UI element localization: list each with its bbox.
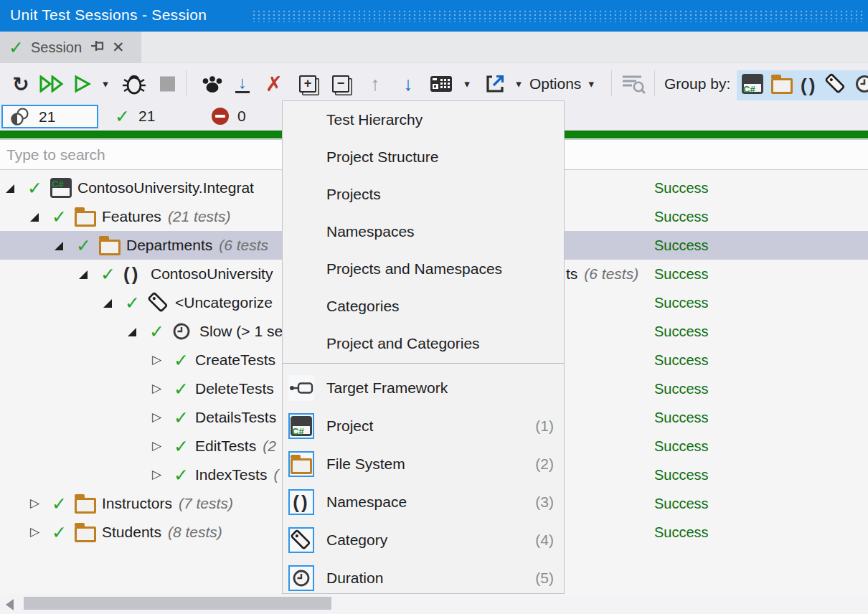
expander-expanded-icon[interactable] <box>128 328 136 336</box>
download-icon[interactable]: ↓ <box>231 75 254 93</box>
menu-item-shortcut: (1) <box>535 407 554 445</box>
expander-expanded-icon[interactable] <box>79 270 88 279</box>
counter-inconclusive[interactable]: 21 <box>1 105 98 128</box>
menu-item-project[interactable]: C#Project(1) <box>283 407 564 445</box>
menu-item-shortcut: (3) <box>535 483 554 521</box>
inconclusive-circles-icon <box>10 107 30 127</box>
collapse-all-icon[interactable]: − <box>330 75 352 93</box>
success-check-icon: ✓ <box>76 231 91 260</box>
test-status: Success <box>654 518 709 547</box>
expander-expanded-icon[interactable] <box>55 242 63 250</box>
test-status: Success <box>654 461 709 489</box>
expander-expanded-icon[interactable] <box>30 213 39 222</box>
success-check-icon: ✓ <box>174 461 189 489</box>
expander-collapsed-icon[interactable]: ▷ <box>152 432 161 461</box>
namespace-icon: () <box>293 492 309 512</box>
menu-item-test-hierarchy[interactable]: Test Hierarchy <box>283 101 564 138</box>
columns-dropdown-caret-icon[interactable]: ▾ <box>461 77 473 90</box>
refresh-icon[interactable]: ↻ <box>9 72 33 95</box>
paw-icon[interactable] <box>199 74 225 94</box>
scroll-left-arrow-icon[interactable] <box>6 599 14 610</box>
test-count: (2 <box>263 438 276 454</box>
no-entry-icon <box>212 108 229 125</box>
scrollbar-thumb[interactable] <box>24 597 331 610</box>
menu-item-icon-box <box>288 375 314 401</box>
expander-collapsed-icon[interactable]: ▷ <box>30 518 39 547</box>
test-node-label: EditTests <box>195 438 256 454</box>
delete-icon[interactable]: ✗ <box>261 72 287 96</box>
menu-item-projects[interactable]: Projects <box>283 176 564 213</box>
toolbar-separator <box>611 70 612 96</box>
expander-collapsed-icon[interactable]: ▷ <box>152 403 161 432</box>
counter-passed[interactable]: ✓ 21 <box>115 104 155 128</box>
test-node-label-tail: ts <box>566 265 577 282</box>
group-by-toggle-strip: C# () <box>737 70 868 100</box>
test-node-label: Departments <box>126 237 212 253</box>
success-check-icon: ✓ <box>174 374 189 403</box>
stop-icon[interactable] <box>158 76 176 91</box>
group-by-namespace-toggle[interactable]: () <box>801 75 817 95</box>
options-button[interactable]: Options ▾ <box>529 75 594 93</box>
menu-item-namespaces[interactable]: Namespaces <box>283 213 564 250</box>
pin-icon[interactable] <box>90 39 105 55</box>
group-by-project-toggle[interactable]: C# <box>742 74 763 97</box>
debug-icon[interactable] <box>121 72 148 95</box>
group-by-menu: Test HierarchyProject StructureProjectsN… <box>282 100 565 594</box>
menu-item-category[interactable]: Category(4) <box>283 521 564 559</box>
group-by-duration-toggle[interactable] <box>854 74 868 97</box>
window-titlebar[interactable]: Unit Test Sessions - Session <box>0 0 868 32</box>
arrow-up-icon[interactable]: ↑ <box>364 72 386 95</box>
expander-collapsed-icon[interactable]: ▷ <box>152 461 161 489</box>
run-all-icon[interactable] <box>37 75 67 93</box>
export-icon[interactable] <box>483 74 506 94</box>
arrow-down-icon[interactable]: ↓ <box>397 72 419 95</box>
expander-expanded-icon[interactable] <box>103 299 112 308</box>
success-check-icon: ✓ <box>27 174 42 202</box>
menu-item-projects-and-namespaces[interactable]: Projects and Namespaces <box>283 250 564 288</box>
expander-collapsed-icon[interactable]: ▷ <box>152 346 161 374</box>
run-icon[interactable] <box>72 75 93 93</box>
expander-collapsed-icon[interactable]: ▷ <box>30 489 39 518</box>
test-node-label: ContosoUniversity.Integrat <box>77 179 254 196</box>
horizontal-scrollbar[interactable] <box>0 595 868 614</box>
filter-search-icon[interactable] <box>620 74 648 94</box>
tab-session[interactable]: ✓ Session ✕ <box>0 32 141 63</box>
close-icon[interactable]: ✕ <box>112 39 125 56</box>
menu-item-project-structure[interactable]: Project Structure <box>283 138 564 176</box>
export-dropdown-caret-icon[interactable]: ▾ <box>512 77 525 90</box>
run-dropdown-caret-icon[interactable]: ▾ <box>99 77 112 90</box>
group-by-filesystem-toggle[interactable] <box>771 74 793 97</box>
counter-ignored[interactable]: 0 <box>212 104 246 128</box>
test-node-label: Slow (> 1 se <box>199 323 283 339</box>
success-check-icon: ✓ <box>174 346 189 374</box>
menu-item-target-framework[interactable]: Target Framework <box>283 369 564 407</box>
columns-grid-icon[interactable] <box>429 75 453 93</box>
group-by-category-toggle[interactable] <box>825 73 846 98</box>
namespace-icon: () <box>801 75 817 95</box>
test-status: Success <box>654 288 709 317</box>
menu-item-icon-box: C# <box>288 413 314 439</box>
test-count: (6 tests <box>219 237 268 253</box>
drag-handle-dots[interactable] <box>253 10 864 22</box>
expand-all-icon[interactable]: + <box>297 75 319 93</box>
menu-separator <box>283 363 564 364</box>
menu-item-duration[interactable]: Duration(5) <box>283 559 564 597</box>
csharp-project-icon: C# <box>291 416 312 436</box>
menu-item-namespace[interactable]: ()Namespace(3) <box>283 483 564 521</box>
expander-expanded-icon[interactable] <box>6 184 14 193</box>
success-check-icon: ✓ <box>125 288 140 317</box>
toolbar-separator <box>654 70 655 96</box>
menu-item-file-system[interactable]: File System(2) <box>283 445 564 483</box>
duration-clock-icon <box>172 322 191 341</box>
target-framework-icon <box>289 381 313 395</box>
success-check-icon: ✓ <box>52 202 67 231</box>
expander-collapsed-icon[interactable]: ▷ <box>152 374 161 403</box>
menu-item-project-and-categories[interactable]: Project and Categories <box>283 325 564 362</box>
menu-item-categories[interactable]: Categories <box>283 288 564 325</box>
test-node-label: Students <box>102 524 161 540</box>
test-count: (8 tests) <box>168 524 222 540</box>
group-by-label: Group by: <box>664 75 730 93</box>
test-node-label: ContosoUniversity <box>151 265 273 282</box>
csharp-project-icon: C# <box>742 74 763 94</box>
test-node-label: Instructors <box>102 495 172 511</box>
